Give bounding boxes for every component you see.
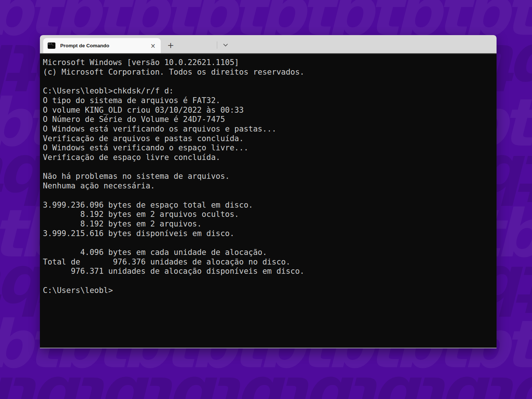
tab-bar-divider (217, 41, 217, 49)
wallpaper-pattern-row: btbtbtbtbtbtbtbtbtbtbtbtbtbt (0, 372, 532, 399)
command-prompt-icon: C:\_ (48, 42, 55, 49)
tab-title: Prompt de Comando (60, 43, 148, 48)
tab-close-button[interactable]: × (148, 41, 158, 51)
terminal-tab-bar[interactable]: C:\_ Prompt de Comando × + (40, 35, 497, 54)
chevron-down-icon (223, 44, 228, 47)
terminal-window: C:\_ Prompt de Comando × + Microsoft Win… (40, 35, 497, 348)
tab-dropdown-button[interactable] (219, 39, 231, 51)
terminal-output: Microsoft Windows [versão 10.0.22621.110… (43, 58, 304, 296)
terminal-viewport[interactable]: Microsoft Windows [versão 10.0.22621.110… (40, 54, 497, 348)
new-tab-button[interactable]: + (165, 39, 177, 51)
tab-prompt-de-comando[interactable]: C:\_ Prompt de Comando × (43, 38, 161, 53)
